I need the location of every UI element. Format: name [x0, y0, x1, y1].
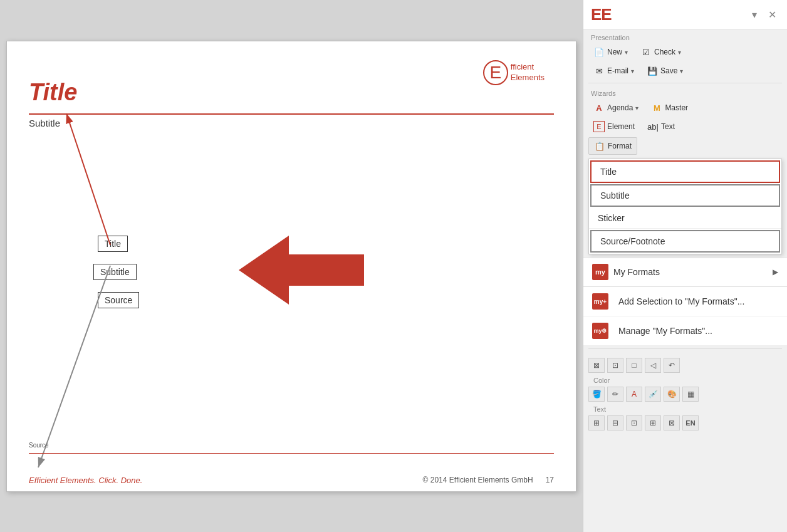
text-tool-2[interactable]: ⊟	[607, 415, 623, 430]
toolbar-row-1: 📄 New ▾ ☑ Check ▾	[583, 43, 787, 61]
toolbar-row-2: ✉ E-mail ▾ 💾 Save ▾	[583, 61, 787, 80]
slide: E fficient Elements Title Subtitle Title…	[6, 41, 576, 492]
text-tool-3[interactable]: ⊡	[626, 415, 642, 430]
toolbar-row-3: A Agenda ▾ M Master	[583, 98, 787, 117]
format-source-label: Source/Footnote	[600, 236, 665, 246]
format-source-item[interactable]: Source/Footnote	[590, 230, 780, 253]
label-box-subtitle: Subtitle	[93, 264, 137, 280]
add-formats-icon: my+	[592, 293, 608, 310]
slide-area: E fficient Elements Title Subtitle Title…	[0, 0, 583, 532]
palette-icon[interactable]: 🎨	[664, 387, 680, 402]
save-icon: 💾	[647, 65, 658, 76]
agenda-arrow: ▾	[635, 105, 638, 112]
gradient-icon[interactable]: ▦	[682, 387, 699, 402]
text-tool-4[interactable]: ⊞	[645, 415, 661, 430]
new-arrow: ▾	[625, 49, 628, 56]
my-formats-icon: my	[592, 264, 608, 280]
fill-icon[interactable]: 🪣	[588, 387, 605, 402]
format-panel: Title Subtitle Sticker Source/Footnote	[588, 159, 782, 254]
edit-color-icon[interactable]: ✏	[607, 387, 623, 402]
logo-text: fficient Elements	[511, 62, 545, 83]
my-formats-label: My Formats	[613, 267, 773, 277]
text-button[interactable]: ab| Text	[642, 118, 680, 135]
shape-icon-2[interactable]: ⊡	[607, 358, 623, 373]
format-title-label: Title	[600, 167, 617, 177]
divider-1	[588, 83, 782, 83]
close-button[interactable]: ✕	[765, 8, 779, 22]
new-icon: 📄	[593, 46, 605, 58]
check-button[interactable]: ☑ Check ▾	[635, 44, 686, 60]
shape-icon-3[interactable]: □	[626, 358, 642, 373]
master-icon: M	[651, 102, 662, 113]
element-button[interactable]: E Element	[588, 118, 640, 135]
manage-formats-label: Manage "My Formats"...	[618, 326, 712, 336]
slide-subtitle: Subtitle	[29, 118, 60, 128]
font-color-icon[interactable]: A	[626, 387, 642, 402]
manage-formats-icon: my⚙	[592, 323, 608, 339]
divider-2	[588, 348, 782, 349]
email-arrow: ▾	[631, 68, 634, 75]
toolbar-row-4: E Element ab| Text	[583, 117, 787, 136]
lang-button[interactable]: EN	[682, 415, 699, 430]
shape-icon-4[interactable]: ◁	[645, 358, 661, 373]
task-pane: EE ▾ ✕ Presentation 📄 New ▾ ☑ Check ▾ ✉ …	[583, 0, 787, 532]
slide-source-bottom: Source	[29, 442, 49, 449]
shape-icon-1[interactable]: ⊠	[588, 358, 605, 373]
bottom-row-3: ⊞ ⊟ ⊡ ⊞ ⊠ EN	[588, 414, 782, 432]
footer-left-text: Efficient Elements. Click. Done.	[29, 476, 142, 485]
label-box-title: Title	[98, 236, 128, 252]
slide-footer: Efficient Elements. Click. Done. © 2014 …	[29, 476, 554, 485]
my-formats-row[interactable]: my My Formats ▶	[583, 257, 787, 287]
shape-icon-5[interactable]: ↶	[664, 358, 680, 373]
format-title-item[interactable]: Title	[590, 160, 780, 183]
minimize-button[interactable]: ▾	[749, 8, 760, 22]
eyedropper-icon[interactable]: 💉	[645, 387, 661, 402]
new-button[interactable]: 📄 New ▾	[588, 44, 633, 60]
text-icon: ab|	[647, 121, 659, 132]
label-subtitle-text: Subtitle	[100, 267, 130, 277]
add-formats-label: Add Selection to "My Formats"...	[618, 296, 744, 306]
label-box-source: Source	[98, 292, 139, 308]
save-button[interactable]: 💾 Save ▾	[642, 63, 688, 79]
slide-title: Title	[29, 79, 77, 106]
save-arrow: ▾	[680, 68, 683, 75]
email-icon: ✉	[593, 65, 605, 76]
manage-formats-row[interactable]: my⚙ Manage "My Formats"...	[583, 316, 787, 346]
big-red-arrow	[239, 236, 364, 307]
svg-marker-5	[239, 236, 364, 305]
color-section-label: Color	[588, 374, 782, 385]
agenda-button[interactable]: A Agenda ▾	[588, 100, 644, 116]
bottom-toolbar: ⊠ ⊡ □ ◁ ↶ Color 🪣 ✏ A 💉 🎨 ▦ Text ⊞ ⊟ ⊡ ⊞…	[583, 352, 787, 437]
slide-logo: E fficient Elements	[483, 60, 545, 85]
format-subtitle-label: Subtitle	[600, 190, 630, 201]
label-source-text: Source	[105, 295, 132, 305]
wizards-section-label: Wizards	[583, 86, 787, 98]
text-section-label: Text	[588, 403, 782, 414]
format-subtitle-item[interactable]: Subtitle	[590, 184, 780, 207]
email-button[interactable]: ✉ E-mail ▾	[588, 63, 639, 79]
check-icon: ☑	[640, 46, 652, 58]
pane-header: EE ▾ ✕	[583, 0, 787, 30]
bottom-row-1: ⊠ ⊡ □ ◁ ↶	[588, 357, 782, 374]
my-formats-arrow: ▶	[773, 268, 778, 276]
label-title-text: Title	[105, 239, 121, 249]
toolbar-row-5: 📋 Format	[583, 136, 787, 156]
add-formats-row[interactable]: my+ Add Selection to "My Formats"...	[583, 287, 787, 316]
element-icon: E	[593, 121, 605, 132]
pane-logo: EE	[591, 5, 744, 24]
presentation-section-label: Presentation	[583, 30, 787, 43]
format-button[interactable]: 📋 Format	[588, 137, 637, 155]
agenda-icon: A	[593, 102, 605, 113]
svg-line-3	[66, 113, 110, 245]
master-button[interactable]: M Master	[646, 100, 693, 116]
bottom-row-2: 🪣 ✏ A 💉 🎨 ▦	[588, 385, 782, 403]
text-tool-5[interactable]: ⊠	[664, 415, 680, 430]
slide-bottom-line	[29, 453, 554, 454]
text-tool-1[interactable]: ⊞	[588, 415, 605, 430]
slide-arrows	[7, 41, 576, 491]
footer-page-number: 17	[546, 476, 554, 484]
format-icon: 📋	[594, 140, 605, 152]
check-arrow: ▾	[678, 49, 681, 56]
logo-e-icon: E	[483, 60, 508, 85]
format-sticker-item[interactable]: Sticker	[589, 208, 781, 229]
